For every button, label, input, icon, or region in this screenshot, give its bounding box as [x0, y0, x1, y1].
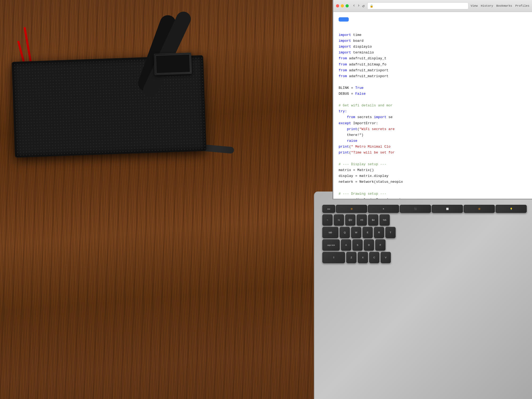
- key-e[interactable]: E: [363, 227, 373, 238]
- key-s[interactable]: S: [352, 239, 363, 251]
- key-esc[interactable]: esc: [322, 205, 335, 213]
- code-comment-wifi: # Get wifi details and mor: [339, 103, 527, 109]
- laptop-screen: ‹ › ↺ 🔒 View History Bookmarks Profiles …: [332, 0, 532, 200]
- code-print-time: print("Time will be set for: [339, 150, 527, 156]
- key-1[interactable]: !1: [334, 214, 344, 226]
- code-group: group = displayio.Group(max_size: [339, 197, 527, 199]
- code-from-bitmap: from adafruit_bitmap_fo: [339, 62, 527, 68]
- code-import-terminalio: import terminalio: [339, 50, 527, 56]
- browser-chrome: ‹ › ↺ 🔒 View History Bookmarks Profiles: [333, 0, 532, 12]
- qwerty-row: tab Q W E R T: [322, 227, 527, 238]
- key-4[interactable]: $4: [368, 214, 378, 226]
- keyboard-keys: esc 🔅 ☀ ⬛ ⬜ 🔆 💡 ~ !1 @2 #3 $4 %5 tab Q W…: [322, 205, 527, 264]
- key-r[interactable]: R: [374, 227, 384, 238]
- code-blink: BLINK = True: [339, 85, 527, 91]
- code-debug: DEBUG = False: [339, 91, 527, 97]
- menu-view[interactable]: View: [471, 4, 477, 7]
- code-import-time: import time: [339, 32, 527, 38]
- code-matrix: matrix = Matrix(): [339, 167, 527, 173]
- key-f5[interactable]: 🔆: [464, 205, 495, 213]
- key-caps-lock[interactable]: caps lock: [322, 239, 340, 251]
- window-controls: [336, 4, 349, 7]
- browser-menu: View History Bookmarks Profiles: [471, 4, 529, 7]
- menu-profiles[interactable]: Profiles: [515, 4, 529, 7]
- key-x[interactable]: X: [358, 252, 368, 263]
- browser-address-bar[interactable]: 🔒: [367, 2, 468, 9]
- maximize-button[interactable]: [346, 4, 349, 7]
- key-q[interactable]: Q: [340, 227, 350, 238]
- code-from-secrets: from secrets import se: [339, 114, 527, 120]
- key-5[interactable]: %5: [380, 214, 390, 226]
- code-import-displayio: import displayio: [339, 44, 527, 50]
- browser-content: import time import board import displayi…: [333, 12, 532, 199]
- menu-bookmarks[interactable]: Bookmarks: [496, 4, 512, 7]
- code-try: try:: [339, 109, 527, 114]
- key-tilde[interactable]: ~: [322, 214, 332, 226]
- microcontroller-board: [154, 53, 192, 75]
- key-w[interactable]: W: [351, 227, 361, 238]
- code-blank-2: [339, 79, 527, 85]
- asdf-row: caps lock A S D F: [322, 239, 527, 251]
- fn-key-row: esc 🔅 ☀ ⬛ ⬜ 🔆 💡: [322, 205, 527, 213]
- key-c[interactable]: C: [369, 252, 379, 263]
- key-shift-left[interactable]: ⇧: [322, 252, 345, 263]
- key-t[interactable]: T: [385, 227, 396, 238]
- key-f[interactable]: F: [375, 239, 385, 251]
- code-there: there!"): [339, 132, 527, 138]
- laptop-keyboard: esc 🔅 ☀ ⬛ ⬜ 🔆 💡 ~ !1 @2 #3 $4 %5 tab Q W…: [314, 192, 532, 399]
- number-row: ~ !1 @2 #3 $4 %5: [322, 214, 527, 226]
- code-blank-1: [339, 26, 527, 32]
- key-a[interactable]: A: [341, 239, 351, 251]
- key-3[interactable]: #3: [357, 214, 367, 226]
- key-f3[interactable]: ⬛: [400, 205, 431, 213]
- code-block: import time import board import displayi…: [339, 26, 527, 199]
- key-tab[interactable]: tab: [322, 227, 338, 238]
- code-print-metro: print(" Metro Minimal Clo: [339, 144, 527, 150]
- code-display: display = matrix.display: [339, 173, 527, 179]
- code-raise: raise: [339, 138, 527, 144]
- back-button[interactable]: ‹: [353, 3, 355, 9]
- key-f2[interactable]: ☀: [368, 205, 399, 213]
- code-comment-drawing: # --- Drawing setup ---: [339, 191, 527, 197]
- ssl-icon: 🔒: [370, 4, 373, 8]
- key-f6[interactable]: 💡: [496, 205, 527, 213]
- code-import-board: import board: [339, 38, 527, 44]
- download-project-button[interactable]: [339, 17, 349, 22]
- key-2[interactable]: @2: [345, 214, 355, 226]
- key-v[interactable]: V: [381, 252, 391, 263]
- close-button[interactable]: [336, 4, 339, 7]
- menu-history[interactable]: History: [481, 4, 493, 7]
- zxcv-row: ⇧ Z X C V: [322, 252, 527, 263]
- key-d[interactable]: D: [364, 239, 374, 251]
- key-z[interactable]: Z: [346, 252, 356, 263]
- code-blank-4: [339, 156, 527, 161]
- code-from-matrixport2: from adafruit_matrixport: [339, 73, 527, 79]
- code-blank-3: [339, 97, 527, 103]
- browser-navigation: ‹ › ↺: [353, 3, 365, 9]
- code-comment-display: # --- Display setup ---: [339, 161, 527, 167]
- key-f4[interactable]: ⬜: [432, 205, 463, 213]
- code-network: network = Network(status_neopix: [339, 179, 527, 185]
- code-except: except ImportError:: [339, 120, 527, 126]
- code-print-wifi: print("WiFi secrets are: [339, 126, 527, 132]
- code-from-matrixport1: from adafruit_matrixport: [339, 68, 527, 73]
- minimize-button[interactable]: [341, 4, 344, 7]
- code-from-display: from adafruit_display_t: [339, 56, 527, 61]
- key-f1[interactable]: 🔅: [336, 205, 367, 213]
- code-blank-5: [339, 185, 527, 191]
- forward-button[interactable]: ›: [358, 3, 360, 9]
- reload-button[interactable]: ↺: [362, 3, 365, 9]
